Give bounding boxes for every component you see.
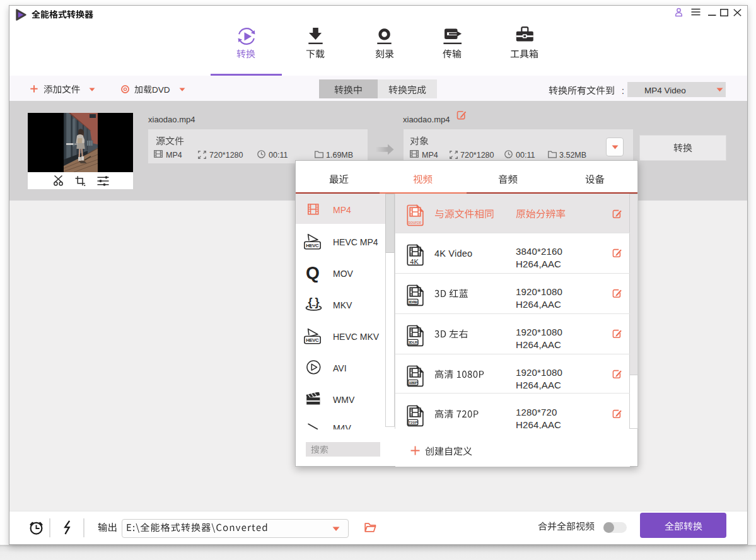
svg-text:MP4: MP4 <box>422 151 438 160</box>
svg-text:3D RB: 3D RB <box>409 300 418 304</box>
svg-text:1920*1080: 1920*1080 <box>516 367 562 378</box>
svg-text:MP4: MP4 <box>333 205 351 215</box>
svg-text:}: } <box>315 296 320 308</box>
svg-text:HEVC: HEVC <box>306 243 319 248</box>
svg-text:xiaodao.mp4: xiaodao.mp4 <box>403 115 450 124</box>
svg-text:00:11: 00:11 <box>516 151 535 160</box>
svg-text:H264,AAC: H264,AAC <box>516 339 561 350</box>
svg-text::: : <box>622 86 624 96</box>
svg-text:MP4 Video: MP4 Video <box>644 86 686 95</box>
svg-text:1280*720: 1280*720 <box>516 407 557 417</box>
svg-text:3.52MB: 3.52MB <box>559 151 586 160</box>
svg-text:WMV: WMV <box>333 395 355 405</box>
svg-text:HEVC MP4: HEVC MP4 <box>333 237 378 247</box>
svg-text:1920*1080: 1920*1080 <box>516 286 562 297</box>
svg-text:MOV: MOV <box>333 269 354 279</box>
svg-text:H264,AAC: H264,AAC <box>516 259 561 269</box>
svg-text:1080P: 1080P <box>409 381 417 385</box>
svg-text:MKV: MKV <box>333 300 352 310</box>
svg-text:H264,AAC: H264,AAC <box>516 380 561 390</box>
svg-text:4K Video: 4K Video <box>434 248 472 259</box>
svg-text:00:11: 00:11 <box>269 151 288 160</box>
svg-text:1.69MB: 1.69MB <box>326 151 353 160</box>
svg-text:DVD: DVD <box>152 85 170 95</box>
svg-text:xiaodao.mp4: xiaodao.mp4 <box>148 115 195 124</box>
svg-text:720*1280: 720*1280 <box>460 151 494 160</box>
svg-text:Q: Q <box>306 262 320 282</box>
svg-text:HEVC MKV: HEVC MKV <box>333 332 380 342</box>
svg-text:3D LR: 3D LR <box>409 341 418 344</box>
svg-text:720*1280: 720*1280 <box>209 151 243 160</box>
svg-text:MP4: MP4 <box>166 151 182 160</box>
svg-text:H264,AAC: H264,AAC <box>516 299 561 310</box>
svg-text:4K: 4K <box>410 258 419 265</box>
svg-text:source: source <box>408 219 421 225</box>
svg-text:HEVC: HEVC <box>306 337 319 343</box>
svg-text:720P: 720P <box>409 421 417 424</box>
svg-text:M4V: M4V <box>333 423 351 429</box>
svg-text:H264,AAC: H264,AAC <box>516 419 561 430</box>
svg-text:AVI: AVI <box>333 363 347 373</box>
svg-text:3840*2160: 3840*2160 <box>516 246 562 257</box>
svg-text:1920*1080: 1920*1080 <box>516 327 562 337</box>
svg-text:{: { <box>308 296 313 308</box>
